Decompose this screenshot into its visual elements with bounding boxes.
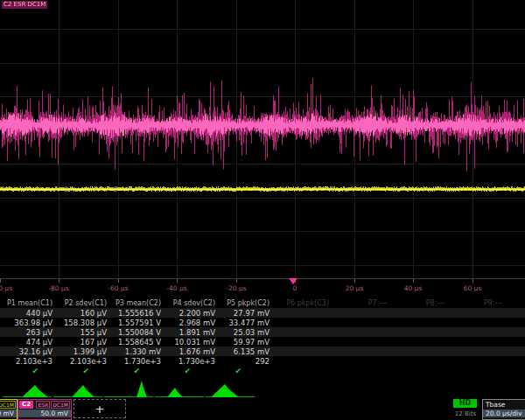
c1-vertical-scale: 0 mV: [0, 410, 17, 417]
histicon[interactable]: [205, 379, 256, 398]
measure-value: 1.557591 V: [110, 318, 164, 327]
measure-value: 10.031 mV: [164, 338, 219, 346]
measure-value: 33.477 mV: [219, 318, 273, 327]
bottom-bar: DC1M 0 mV C2 ESR DC1M 50.0 mV + HD 12 Bi…: [0, 399, 525, 420]
histicon[interactable]: [2, 379, 52, 398]
measure-column-header[interactable]: P3 mean(C2): [110, 299, 164, 307]
axis-tick-label: 60 µs: [464, 284, 482, 292]
status-check-icon: ✔: [154, 367, 205, 375]
measure-value: 363.98 µV: [0, 318, 56, 327]
axis-tick-label: -60 µs: [108, 284, 128, 292]
measure-value: 59.97 mV: [219, 338, 273, 346]
status-check-icon: ✔: [52, 367, 103, 375]
measure-value: 160 µV: [56, 309, 110, 318]
axis-tick-label: -80 µs: [48, 284, 68, 292]
measure-value: 1.730e+3: [110, 357, 164, 366]
c2-esr-badge: ESR: [36, 401, 50, 409]
histicon[interactable]: [52, 379, 103, 398]
measurement-histicons[interactable]: [0, 379, 525, 398]
status-check-icon: ✔: [103, 367, 154, 375]
tbase-label: Tbase: [483, 400, 525, 410]
measure-value: 6.135 mV: [219, 347, 273, 356]
axis-tick: [59, 279, 60, 283]
measure-value: 32.16 µV: [0, 347, 56, 356]
measure-value: 1.891 mV: [164, 328, 219, 337]
axis-tick: [413, 279, 414, 283]
measure-value: 1.399 µV: [56, 347, 110, 356]
c2-channel-badge: C2: [19, 401, 33, 409]
measure-column-header: P7:---: [332, 299, 390, 307]
hd-mode-badge: HD: [453, 399, 477, 408]
measure-column-header[interactable]: P1 mean(C1): [0, 299, 56, 307]
measure-value: 263 µV: [0, 328, 56, 337]
measure-status-row: ✔✔✔✔✔: [0, 366, 525, 375]
histicon[interactable]: [103, 379, 154, 398]
measure-value: 167 µV: [56, 338, 110, 346]
tbase-value: 20.0 µs/div: [483, 410, 525, 417]
c2-vertical-scale: 50.0 mV: [18, 410, 71, 417]
axis-tick-label: 40 µs: [404, 284, 423, 292]
hd-bits-label: 12 Bits: [448, 410, 483, 417]
axis-tick: [354, 279, 355, 283]
measure-value: 1.555616 V: [110, 309, 164, 318]
measure-value: 1.676 mV: [164, 347, 219, 356]
measure-value: 1.730e+3: [164, 357, 219, 366]
timebase-descriptor[interactable]: Tbase 20.0 µs/div: [482, 399, 525, 420]
measure-column-header[interactable]: P4 sdev(C2): [164, 299, 219, 307]
measure-column-header: P8:---: [390, 299, 448, 307]
measure-value-row: 263 µV155 µV1.550084 V1.891 mV25.03 mV: [0, 327, 525, 337]
measure-value: 2.968 mV: [164, 318, 219, 327]
status-check-icon: ✔: [205, 367, 256, 375]
measure-column-header[interactable]: P5 pkpk(C2): [219, 299, 273, 307]
measure-column-header[interactable]: P2 sdev(C1): [56, 299, 110, 307]
measure-value: 440 µV: [0, 309, 56, 318]
axis-tick-label: -100 µs: [0, 284, 12, 292]
measure-value: 2.200 mV: [164, 309, 219, 318]
axis-tick: [236, 279, 237, 283]
waveform-grid[interactable]: C2 ESR DC1M: [0, 0, 525, 278]
measure-column-header: P10:---: [506, 299, 525, 307]
measure-value: 1.330 mV: [110, 347, 164, 356]
measure-value: 474 µV: [0, 338, 56, 346]
axis-tick: [177, 279, 178, 283]
measure-value: 27.97 mV: [219, 309, 273, 318]
measure-value: 158.308 µV: [56, 318, 110, 327]
axis-tick-label: 20 µs: [346, 284, 364, 292]
axis-tick-label: 0: [293, 284, 298, 292]
add-trace-button[interactable]: +: [74, 399, 126, 418]
measure-value-row: 32.16 µV1.399 µV1.330 mV1.676 mV6.135 mV: [0, 346, 525, 356]
measure-value-row: 474 µV167 µV1.558645 V10.031 mV59.97 mV: [0, 337, 525, 346]
measure-value-row: 440 µV160 µV1.555616 V2.200 mV27.97 mV: [0, 308, 525, 318]
measure-header-row: P1 mean(C1)P2 sdev(C1)P3 mean(C2)P4 sdev…: [0, 298, 525, 308]
measure-value: 2.103e+3: [56, 357, 110, 366]
measure-value: 2.103e+3: [0, 357, 56, 366]
measure-value: 1.550084 V: [110, 328, 164, 337]
measure-value: 1.558645 V: [110, 338, 164, 346]
measure-value-row: 2.103e+32.103e+31.730e+31.730e+3292: [0, 356, 525, 366]
waveform-display[interactable]: [0, 0, 525, 278]
status-check-icon: ✔: [0, 367, 52, 375]
axis-tick-label: -20 µs: [226, 284, 246, 292]
channel-c1-descriptor[interactable]: DC1M 0 mV: [0, 399, 18, 420]
channel-c2-descriptor[interactable]: C2 ESR DC1M 50.0 mV: [18, 399, 72, 420]
c2-coupling-badge: DC1M: [51, 401, 70, 409]
measure-value-row: 363.98 µV158.308 µV1.557591 V2.968 mV33.…: [0, 318, 525, 327]
timebase-axis: -100 µs-80 µs-60 µs-40 µs-20 µs020 µs40 …: [0, 278, 525, 298]
histicon[interactable]: [154, 379, 205, 398]
axis-tick-label: -40 µs: [166, 284, 186, 292]
measure-value: 25.03 mV: [219, 328, 273, 337]
axis-tick: [472, 279, 473, 283]
measure-value: 155 µV: [56, 328, 110, 337]
measure-column-header: P9:---: [448, 299, 506, 307]
measure-column-header: P6 pkpk(C3): [273, 299, 332, 307]
axis-tick: [118, 279, 119, 283]
measure-value: 292: [219, 357, 273, 366]
oscilloscope-screen: C2 ESR DC1M -100 µs-80 µs-60 µs-40 µs-20…: [0, 0, 525, 420]
trigger-position-marker[interactable]: [289, 278, 298, 284]
c1-coupling-badge: DC1M: [0, 401, 16, 409]
trace-annotation: C2 ESR DC1M: [2, 1, 47, 9]
measurement-table: P1 mean(C1)P2 sdev(C1)P3 mean(C2)P4 sdev…: [0, 298, 525, 375]
plus-icon: +: [95, 402, 105, 416]
axis-tick: [0, 279, 1, 283]
